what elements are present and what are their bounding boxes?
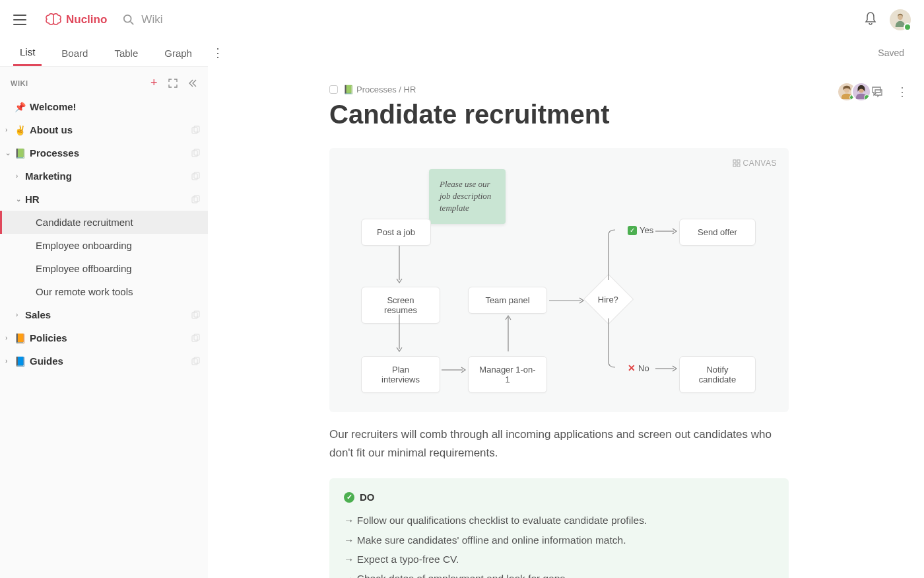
canvas-embed[interactable]: CANVAS Please use our job description te… [329, 148, 789, 412]
svg-rect-20 [737, 160, 740, 163]
expand-icon[interactable] [168, 79, 178, 88]
comments-icon[interactable] [871, 86, 883, 98]
tree-welcome[interactable]: 📌 Welcome! [0, 95, 208, 118]
check-circle-icon: ✓ [344, 492, 354, 503]
tree-marketing[interactable]: ›Marketing [0, 164, 208, 188]
tree-policies[interactable]: ›📙 Policies [0, 326, 208, 349]
brain-icon [45, 13, 62, 26]
copy-icon [191, 310, 200, 319]
flow-node-post[interactable]: Post a job [361, 219, 431, 246]
svg-rect-6 [194, 149, 199, 155]
user-avatar[interactable] [890, 9, 911, 30]
flow-node-send[interactable]: Send offer [679, 219, 756, 246]
svg-rect-3 [192, 127, 197, 133]
svg-rect-14 [194, 334, 199, 340]
page-content: ⋮ 📗 Processes / HR Candidate recruitment… [208, 66, 924, 578]
do-item: → Check dates of employment and look for… [344, 569, 774, 578]
tab-board[interactable]: Board [55, 40, 94, 66]
brand-name: Nuclino [66, 13, 107, 26]
svg-rect-22 [737, 164, 740, 166]
svg-rect-7 [192, 174, 197, 180]
copy-icon [191, 149, 200, 157]
svg-rect-21 [733, 164, 736, 166]
tab-graph[interactable]: Graph [158, 40, 199, 66]
sticky-note[interactable]: Please use our job description template [429, 169, 506, 224]
do-item: → Follow our qualifications checklist to… [344, 511, 774, 530]
copy-icon [191, 195, 200, 203]
do-header: ✓ DO [344, 491, 774, 503]
tree-remote-tools[interactable]: Our remote work tools [0, 280, 208, 303]
copy-icon [191, 126, 200, 134]
svg-rect-9 [192, 197, 197, 203]
peace-icon: ✌️ [15, 125, 26, 135]
search-input[interactable]: Wiki [123, 13, 865, 26]
svg-rect-11 [192, 312, 197, 318]
pin-icon: 📌 [15, 102, 26, 112]
svg-rect-16 [194, 357, 199, 363]
canvas-label: CANVAS [733, 159, 777, 168]
tree-sales[interactable]: ›Sales [0, 303, 208, 326]
tree-hr[interactable]: ⌄HR [0, 188, 208, 211]
flow-node-notify[interactable]: Notify candidate [679, 356, 756, 393]
svg-rect-10 [194, 196, 199, 201]
add-page-icon[interactable]: + [150, 76, 158, 90]
page-title[interactable]: Candidate recruitment [329, 100, 892, 129]
sidebar-header: WIKI + [0, 71, 208, 95]
tree-candidate-recruitment[interactable]: Candidate recruitment [0, 211, 208, 234]
book-blue-icon: 📘 [15, 356, 26, 367]
book-green-icon: 📗 [15, 148, 26, 159]
svg-rect-15 [192, 359, 197, 365]
more-views-icon[interactable]: ⋮ [212, 46, 224, 60]
avatar-face-icon [893, 13, 908, 27]
flow-node-manager[interactable]: Manager 1-on-1 [468, 356, 547, 393]
book-icon: 📗 [343, 85, 354, 94]
svg-rect-12 [194, 311, 199, 317]
svg-point-0 [124, 15, 131, 22]
svg-rect-4 [194, 126, 199, 132]
copy-icon [191, 334, 200, 342]
svg-rect-8 [194, 172, 199, 178]
body-paragraph[interactable]: Our recruiters will comb through all inc… [329, 425, 789, 462]
checkbox-icon[interactable] [329, 85, 338, 94]
logo[interactable]: Nuclino [45, 13, 107, 26]
copy-icon [191, 172, 200, 180]
decision-yes: ✓Yes [628, 225, 653, 235]
view-tabs: List Board Table Graph ⋮ Saved [0, 40, 924, 66]
svg-point-2 [898, 15, 902, 20]
decision-no: ✕No [628, 363, 649, 373]
breadcrumb[interactable]: 📗 Processes / HR [329, 85, 892, 94]
do-callout[interactable]: ✓ DO → Follow our qualifications checkli… [329, 478, 789, 578]
do-item: → Expect a typo-free CV. [344, 550, 774, 569]
top-bar: Nuclino Wiki [0, 0, 924, 40]
svg-rect-5 [192, 151, 197, 157]
collaborator-avatar[interactable] [851, 82, 871, 102]
tree-employee-offboarding[interactable]: Employee offboarding [0, 257, 208, 280]
tab-list[interactable]: List [13, 40, 42, 66]
svg-rect-19 [733, 160, 736, 163]
flow-node-team[interactable]: Team panel [468, 287, 547, 314]
collaborators[interactable] [842, 82, 871, 102]
svg-rect-13 [192, 336, 197, 342]
book-orange-icon: 📙 [15, 333, 26, 343]
search-icon [123, 14, 135, 26]
menu-icon[interactable] [13, 15, 26, 25]
notifications-icon[interactable] [865, 12, 876, 28]
tab-table[interactable]: Table [108, 40, 145, 66]
page-more-icon[interactable]: ⋮ [896, 85, 908, 99]
collapse-sidebar-icon[interactable] [188, 79, 197, 88]
do-item: → Make sure candidates' offline and onli… [344, 530, 774, 550]
sidebar-title: WIKI [11, 79, 150, 87]
flow-decision-hire[interactable]: Hire? [583, 274, 634, 324]
tree-guides[interactable]: ›📘 Guides [0, 349, 208, 373]
flow-node-plan[interactable]: Plan interviews [361, 356, 440, 393]
svg-line-1 [131, 22, 134, 25]
tree-processes[interactable]: ⌄📗 Processes [0, 141, 208, 164]
saved-indicator: Saved [878, 48, 904, 58]
tree-about[interactable]: ›✌️ About us [0, 118, 208, 141]
copy-icon [191, 357, 200, 365]
tree-employee-onboarding[interactable]: Employee onboarding [0, 234, 208, 257]
sidebar: WIKI + 📌 Welcome! ›✌️ About us ⌄📗 Proces… [0, 66, 208, 578]
page-tree: 📌 Welcome! ›✌️ About us ⌄📗 Processes ›Ma… [0, 95, 208, 373]
search-placeholder: Wiki [141, 13, 162, 26]
